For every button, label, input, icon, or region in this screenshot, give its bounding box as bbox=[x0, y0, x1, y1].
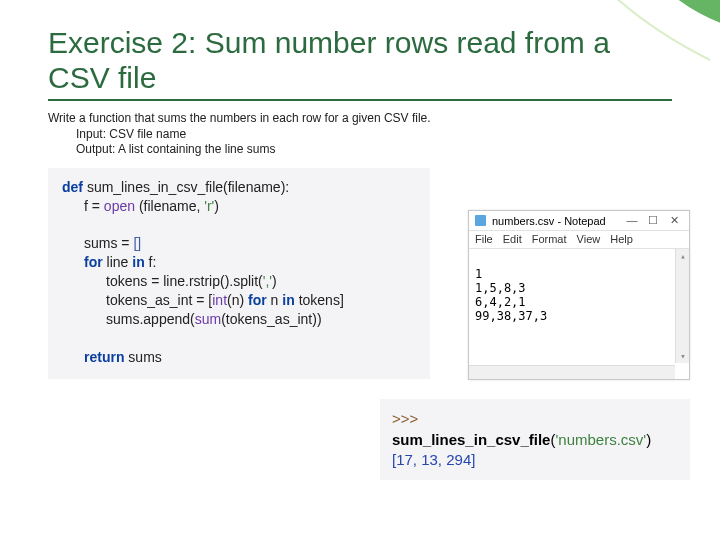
builtin-int: int bbox=[212, 292, 227, 308]
vertical-scrollbar[interactable]: ▴ ▾ bbox=[675, 249, 689, 363]
kw-for-2: for bbox=[248, 292, 267, 308]
notepad-title: numbers.csv - Notepad bbox=[492, 215, 606, 227]
close-button[interactable]: ✕ bbox=[665, 214, 683, 227]
builtin-sum: sum bbox=[195, 311, 221, 327]
exercise-prompt: Write a function that sums the numbers i… bbox=[48, 111, 672, 158]
repl-close: ) bbox=[646, 431, 651, 448]
code-l7a: sums.append( bbox=[106, 311, 195, 327]
horizontal-scrollbar[interactable]: ◂ ▸ bbox=[469, 365, 675, 379]
lit-empty: [] bbox=[133, 235, 141, 251]
maximize-button[interactable]: ☐ bbox=[644, 214, 662, 227]
menu-view[interactable]: View bbox=[577, 233, 601, 245]
repl-result: [17, 13, 294] bbox=[392, 450, 678, 470]
notepad-window: numbers.csv - Notepad — ☐ ✕ File Edit Fo… bbox=[468, 210, 690, 380]
np-line-2: 1,5,8,3 bbox=[475, 281, 526, 295]
code-l2a: f = bbox=[84, 198, 104, 214]
kw-in-2: in bbox=[282, 292, 294, 308]
code-l8a: sums bbox=[124, 349, 161, 365]
repl-prompt: >>> bbox=[392, 410, 418, 427]
scroll-down-icon[interactable]: ▾ bbox=[676, 349, 690, 363]
np-line-1: 1 bbox=[475, 267, 482, 281]
code-l2c: ) bbox=[214, 198, 219, 214]
minimize-button[interactable]: — bbox=[623, 214, 641, 226]
code-l5a: tokens = line.rstrip().split( bbox=[106, 273, 263, 289]
slide-title: Exercise 2: Sum number rows read from a … bbox=[48, 26, 672, 95]
repl-arg: 'numbers.csv' bbox=[555, 431, 646, 448]
code-block: def sum_lines_in_csv_file(filename): f =… bbox=[48, 168, 430, 379]
notepad-titlebar[interactable]: numbers.csv - Notepad — ☐ ✕ bbox=[469, 211, 689, 231]
title-rule bbox=[48, 99, 672, 101]
kw-return: return bbox=[84, 349, 124, 365]
code-l2b: (filename, bbox=[135, 198, 204, 214]
kw-for: for bbox=[84, 254, 103, 270]
np-line-3: 6,4,2,1 bbox=[475, 295, 526, 309]
menu-file[interactable]: File bbox=[475, 233, 493, 245]
fn-sig: sum_lines_in_csv_file(filename): bbox=[83, 179, 289, 195]
code-l4b: f: bbox=[145, 254, 157, 270]
repl-fn: sum_lines_in_csv_file bbox=[392, 431, 550, 448]
builtin-open: open bbox=[104, 198, 135, 214]
np-line-4: 99,38,37,3 bbox=[475, 309, 547, 323]
menu-help[interactable]: Help bbox=[610, 233, 633, 245]
str-sep: ',' bbox=[263, 273, 272, 289]
code-l7b: (tokens_as_int)) bbox=[221, 311, 321, 327]
code-l6b: (n) bbox=[227, 292, 248, 308]
scroll-up-icon[interactable]: ▴ bbox=[676, 249, 690, 263]
notepad-menubar: File Edit Format View Help bbox=[469, 231, 689, 249]
notepad-body[interactable]: 1 1,5,8,3 6,4,2,1 99,38,37,3 ▴ ▾ ◂ ▸ bbox=[469, 249, 689, 379]
code-l3a: sums = bbox=[84, 235, 133, 251]
kw-def: def bbox=[62, 179, 83, 195]
notepad-icon bbox=[475, 215, 486, 226]
code-l4a: line bbox=[103, 254, 133, 270]
code-l6c: n bbox=[267, 292, 283, 308]
kw-in-1: in bbox=[132, 254, 144, 270]
prompt-output: Output: A list containing the line sums bbox=[76, 142, 672, 158]
code-l5b: ) bbox=[272, 273, 277, 289]
repl-output: >>> sum_lines_in_csv_file('numbers.csv')… bbox=[380, 399, 690, 480]
code-l6a: tokens_as_int = [ bbox=[106, 292, 212, 308]
menu-edit[interactable]: Edit bbox=[503, 233, 522, 245]
menu-format[interactable]: Format bbox=[532, 233, 567, 245]
str-mode: 'r' bbox=[204, 198, 214, 214]
code-l6d: tokens] bbox=[295, 292, 344, 308]
prompt-line-1: Write a function that sums the numbers i… bbox=[48, 111, 672, 127]
prompt-input: Input: CSV file name bbox=[76, 127, 672, 143]
